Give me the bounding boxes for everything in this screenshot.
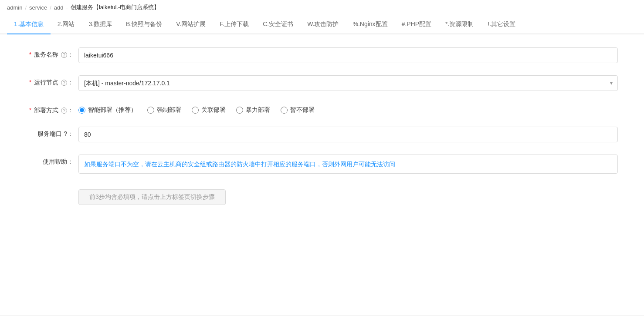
run-node-label: * 运行节点 ?： bbox=[26, 75, 78, 87]
tab-website[interactable]: 2.网站 bbox=[51, 15, 82, 34]
tab-ssl[interactable]: C.安全证书 bbox=[256, 15, 300, 34]
radio-linked[interactable]: 关联部署 bbox=[192, 106, 226, 114]
deploy-mode-radio-group: 智能部署（推荐） 强制部署 关联部署 暴力部署 bbox=[78, 103, 618, 114]
run-node-select-wrap: [本机] - master-node/172.17.0.1 ▾ bbox=[78, 75, 618, 91]
run-node-select[interactable]: [本机] - master-node/172.17.0.1 bbox=[78, 75, 618, 91]
service-name-control bbox=[78, 47, 618, 63]
breadcrumb-admin[interactable]: admin bbox=[7, 4, 22, 11]
tab-database[interactable]: 3.数据库 bbox=[81, 15, 119, 34]
radio-none-input[interactable] bbox=[281, 107, 288, 114]
deploy-mode-control: 智能部署（推荐） 强制部署 关联部署 暴力部署 bbox=[78, 103, 618, 114]
radio-none[interactable]: 暂不部署 bbox=[281, 106, 315, 114]
help-text-control: 如果服务端口不为空，请在云主机商的安全组或路由器的防火墙中打开相应的服务端口，否… bbox=[78, 155, 618, 174]
radio-smart-input[interactable] bbox=[78, 107, 85, 114]
tab-nginx[interactable]: %.Nginx配置 bbox=[346, 15, 394, 34]
run-node-row: * 运行节点 ?： [本机] - master-node/172.17.0.1 … bbox=[26, 75, 618, 91]
radio-brutal-input[interactable] bbox=[236, 107, 243, 114]
breadcrumb-add[interactable]: add bbox=[54, 4, 64, 11]
breadcrumb-sep-1: / bbox=[25, 4, 27, 11]
service-port-help-icon[interactable]: ? bbox=[64, 130, 67, 137]
tab-upload[interactable]: F.上传下载 bbox=[213, 15, 256, 34]
form-area: * 服务名称 ?： * 运行节点 ?： [本机] - master-node/1… bbox=[0, 34, 644, 230]
service-name-row: * 服务名称 ?： bbox=[26, 47, 618, 63]
tab-other[interactable]: !.其它设置 bbox=[481, 15, 522, 34]
required-star: * bbox=[29, 51, 31, 58]
service-name-label: * 服务名称 ?： bbox=[26, 47, 78, 59]
service-port-row: 服务端口 ?： bbox=[26, 127, 618, 142]
breadcrumb-service[interactable]: service bbox=[29, 4, 47, 11]
submit-row: 前3步均含必填项，请点击上方标签页切换步骤 bbox=[26, 186, 618, 205]
tab-basic[interactable]: 1.基本信息 bbox=[7, 15, 51, 34]
breadcrumb: admin / service / add - 创建服务【laiketui.-电… bbox=[0, 0, 644, 15]
breadcrumb-sep-2: / bbox=[50, 4, 51, 11]
required-star-2: * bbox=[29, 79, 31, 86]
service-name-help-icon[interactable]: ? bbox=[61, 52, 67, 58]
tab-resources[interactable]: *.资源限制 bbox=[438, 15, 481, 34]
radio-linked-input[interactable] bbox=[192, 107, 199, 114]
deploy-mode-help-icon[interactable]: ? bbox=[61, 108, 67, 114]
run-node-help-icon[interactable]: ? bbox=[61, 80, 67, 86]
breadcrumb-sep-3: - bbox=[66, 4, 68, 11]
help-text-label: 使用帮助： bbox=[26, 155, 78, 166]
radio-force[interactable]: 强制部署 bbox=[147, 106, 181, 114]
service-port-label: 服务端口 ?： bbox=[26, 127, 78, 138]
radio-force-input[interactable] bbox=[147, 107, 154, 114]
service-port-control bbox=[78, 127, 618, 142]
help-text-content: 如果服务端口不为空，请在云主机商的安全组或路由器的防火墙中打开相应的服务端口，否… bbox=[84, 161, 395, 168]
submit-spacer bbox=[26, 186, 78, 189]
tab-backup[interactable]: B.快照与备份 bbox=[119, 15, 169, 34]
service-name-input[interactable] bbox=[78, 47, 618, 63]
tabs-bar: 1.基本信息 2.网站 3.数据库 B.快照与备份 V.网站扩展 F.上传下载 … bbox=[0, 15, 644, 34]
submit-button[interactable]: 前3步均含必填项，请点击上方标签页切换步骤 bbox=[78, 189, 226, 205]
tab-php[interactable]: #.PHP配置 bbox=[395, 15, 438, 34]
radio-brutal[interactable]: 暴力部署 bbox=[236, 106, 270, 114]
breadcrumb-current: 创建服务【laiketui.-电商门店系统】 bbox=[71, 3, 159, 11]
help-text-box: 如果服务端口不为空，请在云主机商的安全组或路由器的防火墙中打开相应的服务端口，否… bbox=[78, 155, 618, 174]
tab-extensions[interactable]: V.网站扩展 bbox=[169, 15, 213, 34]
help-text-row: 使用帮助： 如果服务端口不为空，请在云主机商的安全组或路由器的防火墙中打开相应的… bbox=[26, 155, 618, 174]
radio-smart[interactable]: 智能部署（推荐） bbox=[78, 106, 137, 114]
tab-protection[interactable]: W.攻击防护 bbox=[300, 15, 346, 34]
deploy-mode-row: * 部署方式 ?： 智能部署（推荐） 强制部署 关联部署 bbox=[26, 103, 618, 114]
main-content: 1.基本信息 2.网站 3.数据库 B.快照与备份 V.网站扩展 F.上传下载 … bbox=[0, 15, 644, 315]
service-port-input[interactable] bbox=[78, 127, 618, 142]
required-star-3: * bbox=[29, 107, 31, 114]
run-node-control: [本机] - master-node/172.17.0.1 ▾ bbox=[78, 75, 618, 91]
deploy-mode-label: * 部署方式 ?： bbox=[26, 103, 78, 114]
submit-control: 前3步均含必填项，请点击上方标签页切换步骤 bbox=[78, 186, 618, 205]
